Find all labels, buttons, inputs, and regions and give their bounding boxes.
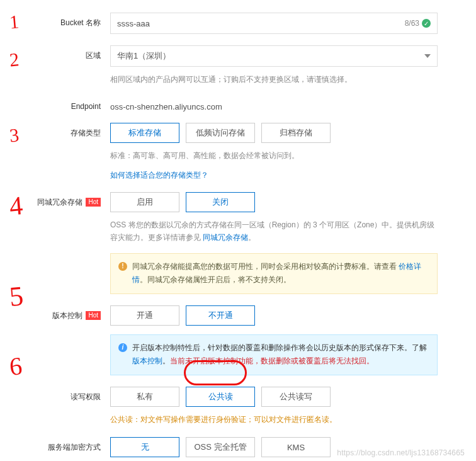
version-opt-disable[interactable]: 不开通: [186, 305, 255, 326]
redundancy-opt-enable[interactable]: 启用: [110, 192, 179, 212]
bucket-name-input-box[interactable]: 8/63 ✓: [110, 13, 438, 34]
storage-seg-group: 标准存储 低频访问存储 归档存储: [110, 123, 438, 143]
region-select[interactable]: 华南1（深圳）: [110, 45, 438, 67]
redundancy-label: 同城冗余存储: [37, 197, 82, 208]
acl-label: 读写权限: [13, 387, 110, 402]
endpoint-value: oss-cn-shenzhen.aliyuncs.com: [110, 97, 438, 111]
bucket-name-input[interactable]: [117, 19, 405, 28]
warning-icon: !: [118, 262, 127, 271]
redundancy-seg-group: 启用 关闭: [110, 192, 438, 212]
watermark: https://blog.csdn.net/ljs13168734665: [337, 448, 465, 457]
acl-opt-public-read[interactable]: 公共读: [186, 387, 255, 407]
bucket-char-count: 8/63: [405, 19, 419, 28]
check-icon: ✓: [422, 19, 431, 28]
redundancy-hint: OSS 将您的数据以冗余的方式存储在同一区域（Region）的 3 个可用区（Z…: [110, 219, 438, 244]
version-seg-group: 开通 不开通: [110, 305, 438, 326]
acl-opt-public-rw[interactable]: 公共读写: [261, 387, 331, 407]
storage-opt-ia[interactable]: 低频访问存储: [186, 123, 255, 143]
form-wrap: 1 2 3 4 5 6 Bucket 名称 8/63 ✓ 区域 华南1（深圳） …: [13, 13, 463, 461]
encryption-opt-oss[interactable]: OSS 完全托管: [186, 437, 255, 457]
endpoint-label: Endpoint: [13, 97, 110, 111]
hot-badge-2: Hot: [86, 311, 101, 320]
storage-opt-standard[interactable]: 标准存储: [110, 123, 179, 143]
storage-opt-archive[interactable]: 归档存储: [261, 123, 331, 143]
chevron-down-icon: [424, 54, 431, 58]
redundancy-opt-disable[interactable]: 关闭: [186, 192, 255, 212]
hot-badge: Hot: [86, 198, 101, 207]
redundancy-hint-link[interactable]: 同城冗余存储: [203, 233, 248, 242]
version-label: 版本控制: [52, 310, 82, 321]
storage-hint: 标准：高可靠、高可用、高性能，数据会经常被访问到。: [110, 149, 438, 162]
bucket-name-label: Bucket 名称: [13, 13, 110, 28]
version-alert: i 开启版本控制特性后，针对数据的覆盖和删除操作将会以历史版本的形式保存下来。了…: [110, 334, 438, 375]
storage-help-link[interactable]: 如何选择适合您的存储类型？: [110, 170, 438, 181]
encryption-label: 服务端加密方式: [13, 437, 110, 453]
encryption-opt-kms[interactable]: KMS: [261, 437, 331, 457]
acl-seg-group: 私有 公共读 公共读写: [110, 387, 438, 407]
version-warn-red: 当前未开启版本控制功能，数据删除或被覆盖后将无法找回。: [170, 356, 374, 365]
info-icon: i: [118, 343, 127, 352]
region-label: 区域: [13, 45, 110, 61]
storage-label: 存储类型: [13, 123, 110, 139]
acl-hint: 公共读：对文件写操作需要进行身份验证；可以对文件进行匿名读。: [110, 413, 438, 426]
version-opt-enable[interactable]: 开通: [110, 305, 179, 326]
redundancy-alert: ! 同城冗余存储能提高您的数据可用性，同时会采用相对较高的计费标准。请查看 价格…: [110, 253, 438, 294]
version-link[interactable]: 版本控制: [132, 356, 162, 365]
encryption-opt-none[interactable]: 无: [110, 437, 179, 457]
region-value: 华南1（深圳）: [117, 50, 171, 62]
region-hint: 相同区域内的产品内网可以互通；订购后不支持更换区域，请谨慎选择。: [110, 73, 438, 86]
acl-opt-private[interactable]: 私有: [110, 387, 179, 407]
